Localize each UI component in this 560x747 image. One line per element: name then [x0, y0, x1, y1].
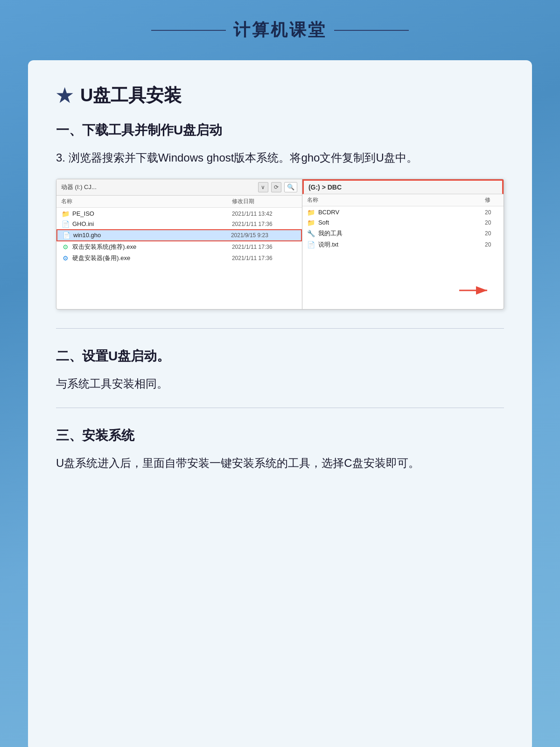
right-path: (G:) > DBC	[308, 183, 342, 191]
header-title: 计算机课堂	[233, 19, 327, 42]
right-file-list: 📁 BCDRV 20 📁 Soft 20 🔧	[302, 206, 504, 252]
tool-folder-icon: 🔧	[307, 230, 315, 237]
explorer-left-pane: 动器 (I:) CJ... ∨ ⟳ 🔍 名称 修改日期 📁 PE_ISO	[56, 179, 302, 309]
file-name: BCDRV	[318, 209, 482, 216]
file-explorer-wrapper: 动器 (I:) CJ... ∨ ⟳ 🔍 名称 修改日期 📁 PE_ISO	[56, 179, 504, 310]
search-btn[interactable]: 🔍	[284, 182, 297, 192]
file-date: 20	[485, 219, 499, 226]
file-name: Soft	[318, 219, 482, 226]
page-content: ★ U盘工具安装 一、下载工具并制作U盘启动 3. 浏览器搜索并下载Window…	[28, 60, 532, 747]
file-icon: 📄	[62, 232, 70, 239]
file-name: 双击安装系统(推荐).exe	[72, 243, 229, 251]
section-1: 一、下载工具并制作U盘启动 3. 浏览器搜索并下载Windows ghost版本…	[56, 121, 504, 310]
right-toolbar: (G:) > DBC	[302, 179, 504, 194]
file-name: PE_ISO	[72, 210, 229, 217]
main-title-text: U盘工具安装	[80, 84, 182, 107]
arrow-icon	[457, 281, 494, 300]
header-line-right	[334, 30, 409, 31]
explorer-right-pane: (G:) > DBC 名称 修 📁 BCDRV 20	[302, 179, 504, 309]
section-2-body: 与系统工具安装相同。	[56, 374, 504, 394]
file-row[interactable]: 🔧 我的工具 20	[302, 228, 504, 239]
left-header: 名称 修改日期	[56, 196, 302, 208]
folder-icon: 📁	[61, 210, 70, 218]
exe-icon: ⚙	[61, 254, 70, 262]
file-name: win10.gho	[73, 232, 228, 239]
file-name: 说明.txt	[318, 240, 482, 249]
right-header: 名称 修	[302, 194, 504, 206]
txt-icon: 📄	[307, 241, 315, 248]
divider-2	[56, 408, 504, 408]
section-3-title: 三、安装系统	[56, 427, 504, 444]
file-name: 硬盘安装器(备用).exe	[72, 254, 229, 262]
file-row[interactable]: 📁 PE_ISO 2021/1/11 13:42	[56, 209, 302, 219]
star-icon: ★	[56, 85, 73, 106]
file-row[interactable]: ⚙ 硬盘安装器(备用).exe 2021/1/11 17:36	[56, 253, 302, 264]
right-col-name: 名称	[307, 196, 485, 204]
left-col-date: 修改日期	[232, 197, 297, 205]
file-row[interactable]: 📁 BCDRV 20	[302, 207, 504, 218]
left-toolbar: 动器 (I:) CJ... ∨ ⟳ 🔍	[56, 179, 302, 196]
file-explorer: 动器 (I:) CJ... ∨ ⟳ 🔍 名称 修改日期 📁 PE_ISO	[56, 179, 504, 310]
section-2: 二、设置U盘启动。 与系统工具安装相同。	[56, 347, 504, 394]
section-3-body: U盘系统进入后，里面自带安装一键安装系统的工具，选择C盘安装即可。	[56, 454, 504, 473]
main-title: ★ U盘工具安装	[56, 84, 504, 107]
file-row[interactable]: 📄 说明.txt 20	[302, 239, 504, 250]
folder-icon: 📁	[307, 209, 315, 216]
section-1-title: 一、下载工具并制作U盘启动	[56, 121, 504, 139]
file-row-selected[interactable]: 📄 win10.gho 2021/9/15 9:23	[56, 229, 302, 241]
dropdown-btn[interactable]: ∨	[258, 182, 268, 192]
file-row[interactable]: 📄 GHO.ini 2021/1/11 17:36	[56, 219, 302, 229]
section-1-step: 3. 浏览器搜索并下载Windows ghost版本系统。将gho文件复制到U盘…	[56, 148, 504, 168]
file-date: 2021/1/11 17:36	[232, 255, 297, 261]
file-date: 2021/1/11 17:36	[232, 244, 297, 250]
folder-icon: 📁	[307, 219, 315, 226]
file-name: GHO.ini	[72, 220, 229, 227]
left-col-name: 名称	[61, 197, 232, 205]
file-date: 2021/1/11 13:42	[232, 211, 297, 217]
file-row[interactable]: 📁 Soft 20	[302, 218, 504, 228]
left-path: 动器 (I:) CJ...	[61, 183, 255, 191]
file-date: 20	[485, 241, 499, 248]
file-date: 20	[485, 230, 499, 237]
file-icon: 📄	[61, 220, 70, 228]
section-3: 三、安装系统 U盘系统进入后，里面自带安装一键安装系统的工具，选择C盘安装即可。	[56, 427, 504, 473]
file-date: 2021/1/11 17:36	[232, 221, 297, 227]
right-col-date: 修	[485, 196, 499, 204]
refresh-btn[interactable]: ⟳	[271, 182, 281, 192]
file-date: 2021/9/15 9:23	[231, 232, 296, 239]
page-header: 计算机课堂	[28, 19, 532, 42]
header-line-left	[151, 30, 226, 31]
file-row[interactable]: ⚙ 双击安装系统(推荐).exe 2021/1/11 17:36	[56, 241, 302, 253]
left-file-list: 📁 PE_ISO 2021/1/11 13:42 📄 GHO.ini 2021/…	[56, 208, 302, 309]
exe-icon: ⚙	[61, 243, 70, 251]
file-date: 20	[485, 209, 499, 216]
section-2-title: 二、设置U盘启动。	[56, 347, 504, 365]
file-name: 我的工具	[318, 229, 482, 238]
divider-1	[56, 328, 504, 329]
